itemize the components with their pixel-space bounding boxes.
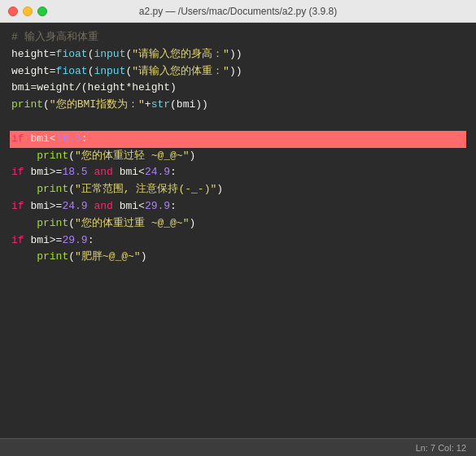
code-editor[interactable]: # 输入身高和体重height=fioat(input("请输入您的身高："))… bbox=[0, 23, 476, 438]
minimize-button[interactable] bbox=[23, 7, 33, 16]
code-line: print("您的体重过轻 ~@_@~") bbox=[10, 148, 466, 165]
code-line: print("您的BMI指数为："+str(bmi)) bbox=[10, 97, 466, 114]
code-line bbox=[10, 114, 466, 131]
code-line: bmi=weight/(height*height) bbox=[10, 80, 466, 97]
code-line: height=fioat(input("请输入您的身高：")) bbox=[10, 46, 466, 63]
cursor-position: Ln: 7 Col: 12 bbox=[416, 443, 466, 453]
code-line: if bmi>=24.9 and bmi<29.9: bbox=[10, 198, 466, 215]
code-line: # 输入身高和体重 bbox=[10, 29, 466, 46]
code-line: print("您的体重过重 ~@_@~") bbox=[10, 215, 466, 232]
code-line: if bmi>=29.9: bbox=[10, 232, 466, 250]
window-title: a2.py — /Users/mac/Documents/a2.py (3.9.… bbox=[139, 6, 337, 17]
status-bar: Ln: 7 Col: 12 bbox=[0, 438, 476, 456]
code-line: if bmi<18.5: bbox=[10, 131, 466, 148]
code-line: if bmi>=18.5 and bmi<24.9: bbox=[10, 164, 466, 181]
title-bar: a2.py — /Users/mac/Documents/a2.py (3.9.… bbox=[0, 0, 476, 23]
code-line: print("肥胖~@_@~") bbox=[10, 249, 466, 266]
close-button[interactable] bbox=[8, 7, 18, 16]
code-line: weight=fioat(input("请输入您的体重：")) bbox=[10, 63, 466, 80]
code-line: print("正常范围, 注意保持(-_-)") bbox=[10, 181, 466, 198]
maximize-button[interactable] bbox=[37, 7, 47, 16]
